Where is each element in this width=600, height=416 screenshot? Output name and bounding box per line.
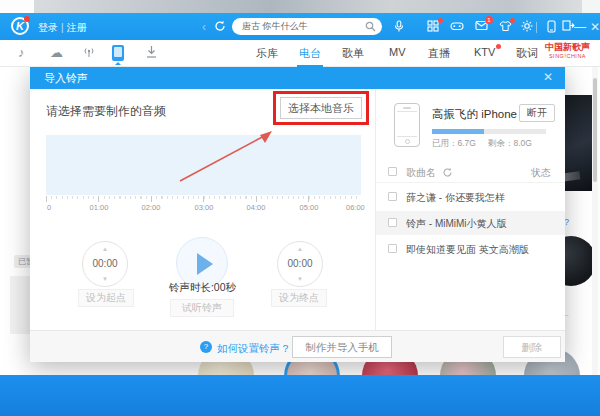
music-library-icon[interactable]: ♪: [18, 45, 25, 61]
active-tab-underline: [297, 65, 323, 67]
set-end-button[interactable]: 设为终点: [271, 289, 327, 307]
mini-phone-icon[interactable]: [544, 20, 558, 34]
search-value: 唐古 你牛什么牛: [242, 20, 308, 33]
brand-line2: SING!CHINA: [545, 53, 590, 59]
song-checkbox[interactable]: [388, 244, 397, 253]
column-song-name: 歌曲名: [406, 166, 436, 180]
minimize-icon[interactable]: —: [573, 20, 587, 34]
tick-0: 0: [47, 203, 51, 212]
refresh-icon[interactable]: [213, 20, 227, 34]
dialog-close-icon[interactable]: ✕: [543, 70, 553, 84]
dialog-footer: ? 如何设置铃声？ 制作并导入手机 删除: [30, 330, 565, 362]
apps-grid-icon[interactable]: [426, 20, 440, 34]
ringtone-editor-pane: 请选择需要制作的音频 选择本地音乐 0 01:00 02:00 03:00 04…: [30, 89, 375, 330]
storage-bar-fill: [432, 129, 484, 134]
desktop-background: [0, 0, 600, 14]
page-scrollbar-thumb[interactable]: [593, 78, 597, 182]
logo-notification-dot: [24, 16, 30, 22]
select-all-checkbox[interactable]: [388, 167, 397, 176]
settings-gear-icon[interactable]: [520, 20, 534, 34]
preview-ringtone-button[interactable]: 试听铃声: [170, 299, 234, 317]
waveform-panel[interactable]: [46, 135, 361, 195]
song-row-3[interactable]: 即使知道要见面 英文高潮版: [376, 237, 565, 261]
search-input[interactable]: 唐古 你牛什么牛: [232, 18, 382, 35]
device-pane: 高振飞的 iPhone 断开 已用：6.7G剩余：8.0G 歌曲名 状态 薛之谦…: [375, 89, 565, 330]
tab-live[interactable]: 直播: [428, 46, 450, 61]
message-icon[interactable]: 1: [474, 20, 488, 34]
search-icon[interactable]: [365, 21, 376, 32]
skin-shirt-icon[interactable]: [498, 20, 512, 34]
song-row-1[interactable]: 薛之谦 - 你还要我怎样: [376, 185, 565, 209]
storage-text: 已用：6.7G剩余：8.0G: [432, 138, 544, 150]
select-audio-prompt: 请选择需要制作的音频: [46, 103, 166, 120]
download-manager-icon[interactable]: [145, 45, 158, 63]
how-to-set-ringtone-link[interactable]: 如何设置铃声？: [217, 342, 291, 356]
song-row-2[interactable]: 铃声 - MiMiMi小黄人版: [376, 211, 565, 235]
kugou-logo[interactable]: K: [11, 17, 29, 35]
apps-badge: [438, 18, 443, 23]
tick-1: 01:00: [90, 203, 109, 212]
microphone-icon[interactable]: [392, 20, 406, 34]
tab-ktv[interactable]: KTV: [474, 46, 495, 58]
stepper-up-icon[interactable]: ▲: [278, 246, 322, 252]
login-link[interactable]: 登录: [38, 22, 58, 33]
tab-playlists[interactable]: 歌单: [342, 46, 364, 61]
login-register: 登录|注册: [38, 21, 87, 35]
play-triangle-icon: [197, 253, 213, 275]
brand-line1: 中国新歌声: [545, 43, 590, 53]
title-bar: K 登录|注册 ‹ 唐古 你牛什么牛 1: [0, 13, 600, 40]
help-question-icon[interactable]: ?: [200, 341, 212, 353]
phone-tab-active-icon[interactable]: [112, 45, 124, 61]
song-title: 即使知道要见面 英文高潮版: [406, 243, 529, 257]
sing-china-logo[interactable]: 中国新歌声 SING!CHINA: [545, 43, 590, 59]
make-and-import-button[interactable]: 制作并导入手机: [292, 336, 392, 358]
iphone-icon: [394, 103, 420, 147]
column-status: 状态: [531, 166, 551, 180]
song-title: 薛之谦 - 你还要我怎样: [406, 191, 505, 205]
nav-bar: ♪ ☁ 乐库 电台 歌单 MV 直播 KTV 歌词 中国新歌声 SING!CHI…: [0, 40, 600, 67]
app-window: K 登录|注册 ‹ 唐古 你牛什么牛 1: [0, 0, 600, 416]
select-local-music-button[interactable]: 选择本地音乐: [280, 97, 362, 119]
refresh-list-icon[interactable]: [442, 167, 453, 178]
storage-used: 已用：6.7G: [432, 138, 476, 148]
tab-music-library[interactable]: 乐库: [256, 46, 278, 61]
cloud-icon[interactable]: ☁: [50, 45, 63, 61]
player-bar: 酷狗音乐 00:00/00:00 ♡ ⇄ ● 音效 词 弹 360: [0, 375, 600, 416]
desktop-corner: [582, 0, 600, 14]
message-badge: 1: [485, 16, 493, 24]
tab-radio[interactable]: 电台: [299, 46, 321, 61]
game-controller-icon[interactable]: [450, 20, 464, 34]
song-checkbox[interactable]: [388, 192, 397, 201]
song-list-header: 歌曲名 状态: [376, 163, 565, 183]
delete-button[interactable]: 删除: [503, 336, 561, 358]
close-window-icon[interactable]: ✕: [588, 20, 600, 34]
tick-2: 02:00: [142, 203, 161, 212]
storage-free: 剩余：8.0G: [488, 138, 532, 148]
timeline-ruler: 0 01:00 02:00 03:00 04:00 05:00 06:00: [46, 196, 361, 214]
titlebar-divider: [536, 22, 537, 33]
tab-lyrics[interactable]: 歌词: [516, 46, 538, 61]
desktop-corner: [0, 0, 34, 14]
skin-badge: [510, 18, 515, 23]
dialog-title: 导入铃声: [44, 71, 88, 86]
radio-antenna-icon[interactable]: [82, 45, 96, 63]
stepper-up-icon[interactable]: ▲: [83, 246, 127, 252]
tick-5: 05:00: [300, 203, 319, 212]
tab-mv[interactable]: MV: [389, 46, 406, 58]
start-time-value: 00:00: [83, 258, 127, 269]
login-separator: |: [61, 22, 64, 33]
device-name: 高振飞的 iPhone: [432, 107, 517, 122]
import-ringtone-dialog: 导入铃声 ✕ 请选择需要制作的音频 选择本地音乐 0 01:00 02:00 0…: [30, 67, 565, 362]
tick-3: 03:00: [195, 203, 214, 212]
song-checkbox[interactable]: [388, 218, 397, 227]
song-title: 铃声 - MiMiMi小黄人版: [406, 217, 507, 231]
end-time-value: 00:00: [278, 258, 322, 269]
back-icon[interactable]: ‹: [197, 20, 211, 34]
dialog-header[interactable]: 导入铃声 ✕: [30, 67, 565, 89]
tick-4: 04:00: [247, 203, 266, 212]
phone-tab-caret: [115, 62, 121, 65]
disconnect-button[interactable]: 断开: [519, 104, 555, 122]
register-link[interactable]: 注册: [67, 22, 87, 33]
storage-bar: [432, 129, 546, 134]
logo-letter: K: [16, 20, 24, 32]
